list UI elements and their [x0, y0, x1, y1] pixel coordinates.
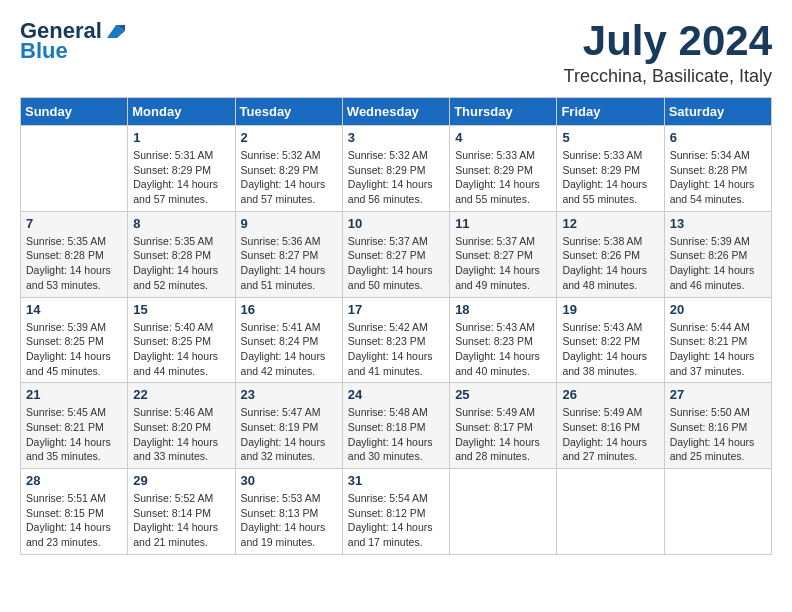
- day-info: Sunrise: 5:37 AM Sunset: 8:27 PM Dayligh…: [455, 234, 551, 293]
- calendar-week-row: 14Sunrise: 5:39 AM Sunset: 8:25 PM Dayli…: [21, 297, 772, 383]
- logo: General Blue: [20, 20, 126, 64]
- day-info: Sunrise: 5:34 AM Sunset: 8:28 PM Dayligh…: [670, 148, 766, 207]
- day-number: 29: [133, 473, 229, 488]
- day-number: 13: [670, 216, 766, 231]
- day-info: Sunrise: 5:31 AM Sunset: 8:29 PM Dayligh…: [133, 148, 229, 207]
- logo-blue-text: Blue: [20, 38, 68, 64]
- day-info: Sunrise: 5:43 AM Sunset: 8:22 PM Dayligh…: [562, 320, 658, 379]
- day-info: Sunrise: 5:49 AM Sunset: 8:16 PM Dayligh…: [562, 405, 658, 464]
- calendar-week-row: 7Sunrise: 5:35 AM Sunset: 8:28 PM Daylig…: [21, 211, 772, 297]
- day-info: Sunrise: 5:53 AM Sunset: 8:13 PM Dayligh…: [241, 491, 337, 550]
- day-number: 28: [26, 473, 122, 488]
- day-info: Sunrise: 5:32 AM Sunset: 8:29 PM Dayligh…: [241, 148, 337, 207]
- day-number: 10: [348, 216, 444, 231]
- day-number: 27: [670, 387, 766, 402]
- day-info: Sunrise: 5:37 AM Sunset: 8:27 PM Dayligh…: [348, 234, 444, 293]
- calendar-cell: 2Sunrise: 5:32 AM Sunset: 8:29 PM Daylig…: [235, 126, 342, 212]
- calendar-cell: 10Sunrise: 5:37 AM Sunset: 8:27 PM Dayli…: [342, 211, 449, 297]
- day-info: Sunrise: 5:48 AM Sunset: 8:18 PM Dayligh…: [348, 405, 444, 464]
- day-info: Sunrise: 5:44 AM Sunset: 8:21 PM Dayligh…: [670, 320, 766, 379]
- day-number: 12: [562, 216, 658, 231]
- title-block: July 2024 Trecchina, Basilicate, Italy: [564, 20, 772, 87]
- day-number: 15: [133, 302, 229, 317]
- page-header: General Blue July 2024 Trecchina, Basili…: [20, 20, 772, 87]
- calendar-cell: 7Sunrise: 5:35 AM Sunset: 8:28 PM Daylig…: [21, 211, 128, 297]
- calendar-cell: 3Sunrise: 5:32 AM Sunset: 8:29 PM Daylig…: [342, 126, 449, 212]
- day-info: Sunrise: 5:33 AM Sunset: 8:29 PM Dayligh…: [455, 148, 551, 207]
- day-number: 20: [670, 302, 766, 317]
- calendar-cell: [664, 469, 771, 555]
- day-number: 24: [348, 387, 444, 402]
- day-info: Sunrise: 5:47 AM Sunset: 8:19 PM Dayligh…: [241, 405, 337, 464]
- weekday-header-sunday: Sunday: [21, 98, 128, 126]
- day-number: 26: [562, 387, 658, 402]
- day-number: 22: [133, 387, 229, 402]
- calendar-week-row: 21Sunrise: 5:45 AM Sunset: 8:21 PM Dayli…: [21, 383, 772, 469]
- weekday-header-tuesday: Tuesday: [235, 98, 342, 126]
- calendar-cell: 29Sunrise: 5:52 AM Sunset: 8:14 PM Dayli…: [128, 469, 235, 555]
- day-number: 18: [455, 302, 551, 317]
- calendar-cell: 6Sunrise: 5:34 AM Sunset: 8:28 PM Daylig…: [664, 126, 771, 212]
- weekday-header-thursday: Thursday: [450, 98, 557, 126]
- day-number: 11: [455, 216, 551, 231]
- day-number: 25: [455, 387, 551, 402]
- day-number: 2: [241, 130, 337, 145]
- calendar-cell: 25Sunrise: 5:49 AM Sunset: 8:17 PM Dayli…: [450, 383, 557, 469]
- day-info: Sunrise: 5:40 AM Sunset: 8:25 PM Dayligh…: [133, 320, 229, 379]
- day-info: Sunrise: 5:46 AM Sunset: 8:20 PM Dayligh…: [133, 405, 229, 464]
- calendar-cell: 5Sunrise: 5:33 AM Sunset: 8:29 PM Daylig…: [557, 126, 664, 212]
- day-info: Sunrise: 5:50 AM Sunset: 8:16 PM Dayligh…: [670, 405, 766, 464]
- day-info: Sunrise: 5:41 AM Sunset: 8:24 PM Dayligh…: [241, 320, 337, 379]
- day-number: 3: [348, 130, 444, 145]
- calendar-cell: 18Sunrise: 5:43 AM Sunset: 8:23 PM Dayli…: [450, 297, 557, 383]
- calendar-cell: 14Sunrise: 5:39 AM Sunset: 8:25 PM Dayli…: [21, 297, 128, 383]
- day-info: Sunrise: 5:36 AM Sunset: 8:27 PM Dayligh…: [241, 234, 337, 293]
- calendar-cell: 21Sunrise: 5:45 AM Sunset: 8:21 PM Dayli…: [21, 383, 128, 469]
- calendar-cell: 22Sunrise: 5:46 AM Sunset: 8:20 PM Dayli…: [128, 383, 235, 469]
- day-info: Sunrise: 5:54 AM Sunset: 8:12 PM Dayligh…: [348, 491, 444, 550]
- calendar-cell: 17Sunrise: 5:42 AM Sunset: 8:23 PM Dayli…: [342, 297, 449, 383]
- day-number: 16: [241, 302, 337, 317]
- day-number: 30: [241, 473, 337, 488]
- day-info: Sunrise: 5:39 AM Sunset: 8:26 PM Dayligh…: [670, 234, 766, 293]
- day-number: 31: [348, 473, 444, 488]
- calendar-week-row: 1Sunrise: 5:31 AM Sunset: 8:29 PM Daylig…: [21, 126, 772, 212]
- day-number: 8: [133, 216, 229, 231]
- day-info: Sunrise: 5:35 AM Sunset: 8:28 PM Dayligh…: [26, 234, 122, 293]
- calendar-cell: 16Sunrise: 5:41 AM Sunset: 8:24 PM Dayli…: [235, 297, 342, 383]
- day-number: 21: [26, 387, 122, 402]
- day-number: 23: [241, 387, 337, 402]
- weekday-header-friday: Friday: [557, 98, 664, 126]
- calendar-cell: [21, 126, 128, 212]
- day-number: 6: [670, 130, 766, 145]
- day-number: 14: [26, 302, 122, 317]
- calendar-cell: 15Sunrise: 5:40 AM Sunset: 8:25 PM Dayli…: [128, 297, 235, 383]
- day-info: Sunrise: 5:38 AM Sunset: 8:26 PM Dayligh…: [562, 234, 658, 293]
- calendar-cell: 1Sunrise: 5:31 AM Sunset: 8:29 PM Daylig…: [128, 126, 235, 212]
- calendar-cell: 20Sunrise: 5:44 AM Sunset: 8:21 PM Dayli…: [664, 297, 771, 383]
- weekday-header-monday: Monday: [128, 98, 235, 126]
- day-number: 17: [348, 302, 444, 317]
- calendar-cell: [557, 469, 664, 555]
- weekday-header-row: SundayMondayTuesdayWednesdayThursdayFrid…: [21, 98, 772, 126]
- calendar-cell: 24Sunrise: 5:48 AM Sunset: 8:18 PM Dayli…: [342, 383, 449, 469]
- day-info: Sunrise: 5:42 AM Sunset: 8:23 PM Dayligh…: [348, 320, 444, 379]
- calendar-cell: 26Sunrise: 5:49 AM Sunset: 8:16 PM Dayli…: [557, 383, 664, 469]
- calendar-week-row: 28Sunrise: 5:51 AM Sunset: 8:15 PM Dayli…: [21, 469, 772, 555]
- calendar-cell: 8Sunrise: 5:35 AM Sunset: 8:28 PM Daylig…: [128, 211, 235, 297]
- calendar-table: SundayMondayTuesdayWednesdayThursdayFrid…: [20, 97, 772, 555]
- calendar-cell: 13Sunrise: 5:39 AM Sunset: 8:26 PM Dayli…: [664, 211, 771, 297]
- day-info: Sunrise: 5:45 AM Sunset: 8:21 PM Dayligh…: [26, 405, 122, 464]
- day-number: 1: [133, 130, 229, 145]
- day-info: Sunrise: 5:51 AM Sunset: 8:15 PM Dayligh…: [26, 491, 122, 550]
- day-info: Sunrise: 5:39 AM Sunset: 8:25 PM Dayligh…: [26, 320, 122, 379]
- calendar-cell: 27Sunrise: 5:50 AM Sunset: 8:16 PM Dayli…: [664, 383, 771, 469]
- calendar-cell: 9Sunrise: 5:36 AM Sunset: 8:27 PM Daylig…: [235, 211, 342, 297]
- day-info: Sunrise: 5:33 AM Sunset: 8:29 PM Dayligh…: [562, 148, 658, 207]
- day-info: Sunrise: 5:49 AM Sunset: 8:17 PM Dayligh…: [455, 405, 551, 464]
- day-number: 5: [562, 130, 658, 145]
- calendar-cell: 4Sunrise: 5:33 AM Sunset: 8:29 PM Daylig…: [450, 126, 557, 212]
- day-number: 19: [562, 302, 658, 317]
- day-info: Sunrise: 5:32 AM Sunset: 8:29 PM Dayligh…: [348, 148, 444, 207]
- calendar-cell: 11Sunrise: 5:37 AM Sunset: 8:27 PM Dayli…: [450, 211, 557, 297]
